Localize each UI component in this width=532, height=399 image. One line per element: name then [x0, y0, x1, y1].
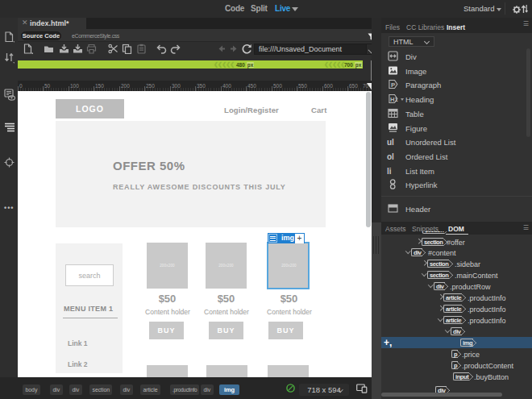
svg-text:H1: H1: [390, 96, 398, 103]
svg-text:P: P: [391, 81, 396, 89]
